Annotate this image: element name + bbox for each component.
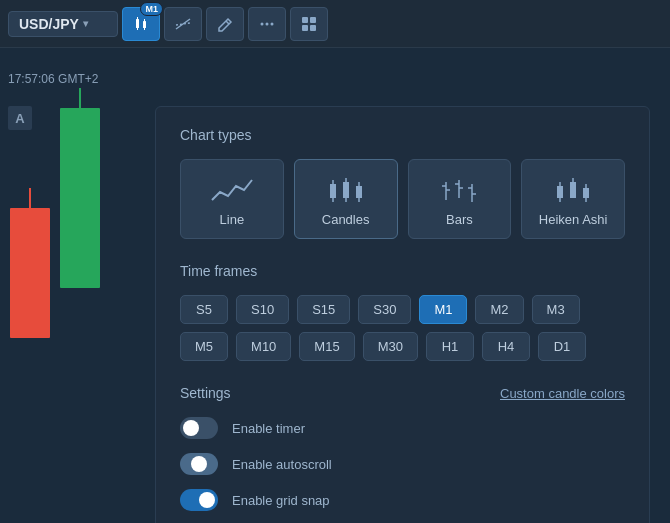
grid-button[interactable] — [290, 7, 328, 41]
more-icon — [258, 15, 276, 33]
draw-button[interactable] — [206, 7, 244, 41]
timeframe-badge: M1 — [140, 2, 163, 16]
candles-label: Candles — [322, 212, 370, 227]
timeframe-btn-s5[interactable]: S5 — [180, 295, 228, 324]
svg-rect-3 — [143, 21, 146, 28]
toolbar: USD/JPY ▾ M1 — [0, 0, 670, 48]
timeframe-btn-s15[interactable]: S15 — [297, 295, 350, 324]
chart-type-button[interactable]: M1 — [122, 7, 160, 41]
timeframe-btn-m1[interactable]: M1 — [419, 295, 467, 324]
svg-rect-16 — [330, 184, 336, 198]
setting-row-enable_grid_snap: Enable grid snap — [180, 489, 625, 511]
bars-label: Bars — [446, 212, 473, 227]
svg-rect-1 — [137, 17, 138, 20]
pencil-icon — [216, 15, 234, 33]
chart-types-grid: Line — [180, 159, 625, 239]
timeframe-btn-m30[interactable]: M30 — [363, 332, 418, 361]
timeframe-btn-m15[interactable]: M15 — [299, 332, 354, 361]
candlestick-icon — [132, 15, 150, 33]
svg-line-8 — [226, 21, 229, 24]
svg-rect-14 — [302, 25, 308, 31]
timeframe-btn-m10[interactable]: M10 — [236, 332, 291, 361]
timeframe-btn-m3[interactable]: M3 — [532, 295, 580, 324]
toggle-enable_grid_snap[interactable] — [180, 489, 218, 511]
svg-rect-2 — [137, 27, 138, 30]
settings-list: Enable timerEnable autoscrollEnable grid… — [180, 417, 625, 511]
timeframe-btn-s10[interactable]: S10 — [236, 295, 289, 324]
settings-title: Settings — [180, 385, 231, 401]
settings-header: Settings Custom candle colors — [180, 385, 625, 401]
timeframe-btn-s30[interactable]: S30 — [358, 295, 411, 324]
setting-label-enable_timer: Enable timer — [232, 421, 305, 436]
setting-row-enable_autoscroll: Enable autoscroll — [180, 453, 625, 475]
bars-chart-icon — [437, 172, 481, 204]
indicators-button[interactable] — [164, 7, 202, 41]
pair-label: USD/JPY — [19, 16, 79, 32]
line-label: Line — [220, 212, 245, 227]
chevron-down-icon: ▾ — [83, 18, 88, 29]
chart-settings-popup: Chart types Line — [155, 106, 650, 523]
heiken-ashi-icon — [551, 172, 595, 204]
more-button[interactable] — [248, 7, 286, 41]
svg-rect-4 — [144, 19, 145, 22]
heiken-ashi-label: Heiken Ashi — [539, 212, 608, 227]
timeframe-btn-h1[interactable]: H1 — [426, 332, 474, 361]
svg-rect-15 — [310, 25, 316, 31]
setting-label-enable_autoscroll: Enable autoscroll — [232, 457, 332, 472]
svg-line-6 — [176, 19, 190, 29]
line-chart-icon — [210, 172, 254, 204]
chart-type-bars[interactable]: Bars — [408, 159, 512, 239]
timeframe-btn-d1[interactable]: D1 — [538, 332, 586, 361]
svg-point-9 — [261, 22, 264, 25]
timeframe-btn-m2[interactable]: M2 — [475, 295, 523, 324]
svg-rect-37 — [570, 182, 576, 198]
toggle-enable_autoscroll[interactable] — [180, 453, 218, 475]
chart-type-line[interactable]: Line — [180, 159, 284, 239]
svg-rect-13 — [310, 17, 316, 23]
chart-type-candles[interactable]: Candles — [294, 159, 398, 239]
svg-rect-39 — [583, 188, 589, 198]
candles-background — [0, 68, 160, 523]
svg-rect-19 — [343, 182, 349, 198]
svg-point-10 — [266, 22, 269, 25]
setting-row-enable_timer: Enable timer — [180, 417, 625, 439]
svg-point-11 — [271, 22, 274, 25]
chart-area: 17:57:06 GMT+2 A Chart types Line — [0, 48, 670, 523]
candle-bear — [10, 208, 50, 338]
chart-types-title: Chart types — [180, 127, 625, 143]
svg-rect-34 — [557, 186, 563, 198]
svg-rect-5 — [144, 27, 145, 30]
setting-label-enable_grid_snap: Enable grid snap — [232, 493, 330, 508]
pair-selector[interactable]: USD/JPY ▾ — [8, 11, 118, 37]
timeframes-grid: S5S10S15S30M1M2M3M5M10M15M30H1H4D1 — [180, 295, 625, 361]
timeframe-btn-m5[interactable]: M5 — [180, 332, 228, 361]
candle-bull — [60, 108, 100, 288]
svg-rect-0 — [136, 19, 139, 28]
svg-rect-22 — [356, 186, 362, 198]
indicators-icon — [174, 15, 192, 33]
grid-icon — [300, 15, 318, 33]
chart-type-heiken-ashi[interactable]: Heiken Ashi — [521, 159, 625, 239]
toggle-enable_timer[interactable] — [180, 417, 218, 439]
candles-chart-icon — [324, 172, 368, 204]
timeframe-btn-h4[interactable]: H4 — [482, 332, 530, 361]
timeframes-title: Time frames — [180, 263, 625, 279]
svg-rect-12 — [302, 17, 308, 23]
custom-candle-colors-link[interactable]: Custom candle colors — [500, 386, 625, 401]
